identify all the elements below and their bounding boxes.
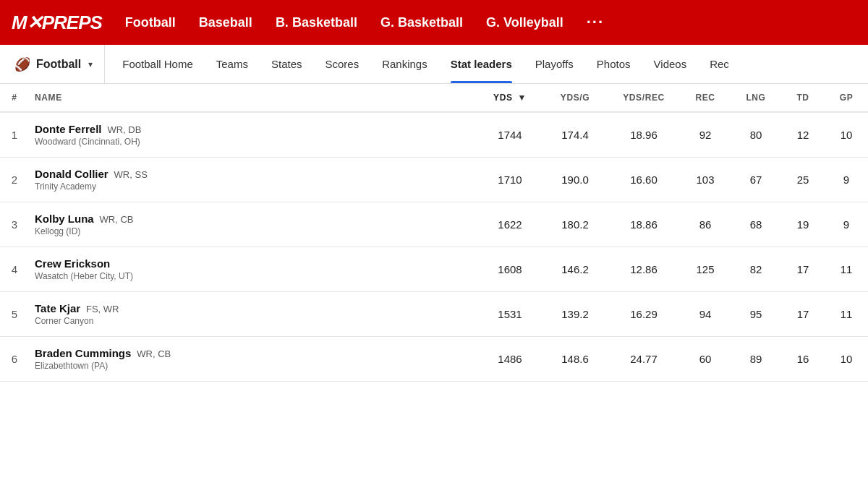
player-name[interactable]: Braden Cummings [35,347,131,359]
gp-cell: 9 [825,158,868,202]
top-nav-football[interactable]: Football [125,15,176,30]
gp-cell: 9 [825,202,868,247]
nav-photos[interactable]: Photos [585,45,642,83]
player-school: Wasatch (Heber City, UT) [35,271,472,281]
col-header-name: NAME [29,84,477,112]
lng-cell: 68 [731,202,781,247]
player-name[interactable]: Crew Erickson [35,257,110,270]
td-cell: 16 [781,337,825,382]
col-header-gp[interactable]: GP [825,84,868,112]
player-info-cell: Braden Cummings WR, CB Elizabethtown (PA… [29,337,477,382]
nav-stat-leaders[interactable]: Stat leaders [439,45,524,83]
stats-table: # NAME YDS ▼ YDS/G YDS/REC REC LNG TD GP… [0,84,868,382]
rank-cell: 6 [0,337,29,382]
ydsrec-cell: 24.77 [608,337,680,382]
ydsrec-cell: 18.96 [608,112,680,158]
col-header-ydsg[interactable]: YDS/G [542,84,608,112]
ydsrec-cell: 16.29 [608,292,680,337]
col-header-lng[interactable]: LNG [731,84,781,112]
ydsrec-cell: 12.86 [608,247,680,292]
col-header-rank: # [0,84,29,112]
nav-videos[interactable]: Videos [642,45,699,83]
yds-cell: 1486 [477,337,542,382]
ydsg-cell: 148.6 [542,337,608,382]
sport-label: Football [36,58,81,71]
player-positions: WR, CB [100,214,134,225]
lng-cell: 67 [731,158,781,202]
sort-arrow-icon: ▼ [517,93,526,103]
rank-cell: 1 [0,112,29,158]
nav-football-home[interactable]: Football Home [111,45,205,83]
gp-cell: 10 [825,112,868,158]
col-header-rec[interactable]: REC [680,84,731,112]
player-name[interactable]: Donte Ferrell [35,123,102,135]
top-nav-baseball[interactable]: Baseball [199,15,252,30]
secondary-navigation: 🏈 Football ▾ Football Home Teams States … [0,45,868,84]
rec-cell: 92 [680,112,731,158]
player-school: Trinity Academy [35,181,472,192]
td-cell: 25 [781,158,825,202]
top-navigation: M✕PREPS Football Baseball B. Basketball … [0,0,868,45]
rank-cell: 2 [0,158,29,202]
player-positions: WR, DB [107,124,141,135]
player-name[interactable]: Donald Collier [35,168,109,180]
yds-cell: 1622 [477,202,542,247]
table-row: 1 Donte Ferrell WR, DB Woodward (Cincinn… [0,112,868,158]
ydsg-cell: 174.4 [542,112,608,158]
table-row: 6 Braden Cummings WR, CB Elizabethtown (… [0,337,868,382]
ydsrec-cell: 18.86 [608,202,680,247]
nav-playoffs[interactable]: Playoffs [524,45,585,83]
table-header-row: # NAME YDS ▼ YDS/G YDS/REC REC LNG TD GP [0,84,868,112]
player-info-cell: Donald Collier WR, SS Trinity Academy [29,158,477,202]
ydsrec-cell: 16.60 [608,158,680,202]
logo-text: M✕PREPS [12,12,102,34]
nav-states[interactable]: States [260,45,314,83]
yds-cell: 1531 [477,292,542,337]
gp-cell: 11 [825,292,868,337]
nav-rec[interactable]: Rec [698,45,741,83]
rec-cell: 94 [680,292,731,337]
football-icon: 🏈 [14,56,30,72]
table-row: 5 Tate Kjar FS, WR Corner Canyon 1531139… [0,292,868,337]
player-name[interactable]: Kolby Luna [35,213,94,225]
chevron-down-icon: ▾ [88,59,93,69]
lng-cell: 80 [731,112,781,158]
top-nav-more[interactable]: ··· [587,13,604,32]
player-positions: WR, CB [137,348,171,359]
ydsg-cell: 180.2 [542,202,608,247]
top-nav-b-basketball[interactable]: B. Basketball [276,15,357,30]
lng-cell: 95 [731,292,781,337]
rec-cell: 125 [680,247,731,292]
top-nav-g-volleyball[interactable]: G. Volleyball [486,15,563,30]
player-school: Woodward (Cincinnati, OH) [35,137,472,147]
lng-cell: 89 [731,337,781,382]
nav-teams[interactable]: Teams [205,45,260,83]
td-cell: 19 [781,202,825,247]
player-name[interactable]: Tate Kjar [35,302,80,314]
logo[interactable]: M✕PREPS [12,12,102,34]
rec-cell: 103 [680,158,731,202]
td-cell: 17 [781,292,825,337]
col-header-td[interactable]: TD [781,84,825,112]
rank-cell: 4 [0,247,29,292]
nav-scores[interactable]: Scores [313,45,370,83]
player-info-cell: Crew Erickson Wasatch (Heber City, UT) [29,247,477,292]
player-info-cell: Donte Ferrell WR, DB Woodward (Cincinnat… [29,112,477,158]
ydsg-cell: 146.2 [542,247,608,292]
rank-cell: 5 [0,292,29,337]
ydsg-cell: 190.0 [542,158,608,202]
rec-cell: 60 [680,337,731,382]
gp-cell: 11 [825,247,868,292]
player-info-cell: Tate Kjar FS, WR Corner Canyon [29,292,477,337]
player-info-cell: Kolby Luna WR, CB Kellogg (ID) [29,202,477,247]
table-row: 2 Donald Collier WR, SS Trinity Academy … [0,158,868,202]
player-positions: FS, WR [86,304,119,314]
td-cell: 17 [781,247,825,292]
nav-rankings[interactable]: Rankings [370,45,439,83]
gp-cell: 10 [825,337,868,382]
player-school: Elizabethtown (PA) [35,361,472,371]
top-nav-g-basketball[interactable]: G. Basketball [380,15,463,30]
col-header-yds[interactable]: YDS ▼ [477,84,542,112]
col-header-ydsrec[interactable]: YDS/REC [608,84,680,112]
sport-selector[interactable]: 🏈 Football ▾ [9,45,105,83]
